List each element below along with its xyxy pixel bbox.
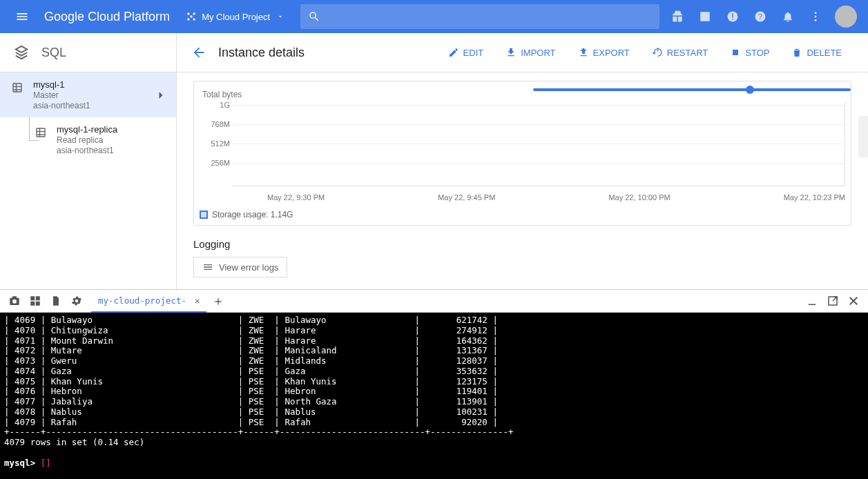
chart-area[interactable]: May 22, 9:30 PMMay 22, 9:45 PMMay 22, 10… xyxy=(200,102,845,206)
cloud-shell-terminal: my-cloud-project- ✕ ＋ | 4069 | Bulawayo … xyxy=(0,289,868,479)
terminal-close-icon[interactable] xyxy=(843,289,864,313)
chart-xlabel: May 22, 9:45 PM xyxy=(438,193,495,202)
stop-icon xyxy=(730,47,741,58)
menu-icon xyxy=(15,10,29,23)
main-content: Instance details EDIT IMPORT EXPORT REST… xyxy=(177,33,868,289)
import-button[interactable]: IMPORT xyxy=(496,41,565,63)
svg-rect-28 xyxy=(30,302,35,306)
terminal-camera-icon[interactable] xyxy=(4,289,25,313)
terminal-minimize-icon[interactable] xyxy=(802,289,822,313)
chart-ylabel: 1G xyxy=(220,101,230,109)
instance-name: mysql-1-replica xyxy=(57,124,168,135)
svg-point-1 xyxy=(193,12,195,15)
gcp-logo: Google Cloud Platform xyxy=(39,10,175,24)
view-error-logs-button[interactable]: View error logs xyxy=(193,257,287,277)
svg-point-3 xyxy=(193,18,195,21)
database-icon xyxy=(11,81,23,94)
terminal-tab-label: my-cloud-project- xyxy=(98,295,186,306)
storage-chart-card: Total bytes May 22, 9:30 PMMay 22, 9:45 … xyxy=(193,81,851,226)
hamburger-menu-button[interactable] xyxy=(6,0,39,33)
instance-role: Master xyxy=(33,90,154,100)
svg-rect-6 xyxy=(732,14,733,18)
svg-rect-13 xyxy=(13,84,21,92)
alert-icon[interactable] xyxy=(719,0,746,33)
chart-ylabel: 512M xyxy=(211,139,230,148)
restart-button[interactable]: RESTART xyxy=(642,41,717,63)
svg-point-24 xyxy=(12,300,17,304)
legend-swatch-icon xyxy=(200,211,208,219)
restart-icon xyxy=(652,47,663,58)
svg-rect-22 xyxy=(733,50,738,55)
instance-item-mysql-1-replica[interactable]: mysql-1-replica Read replica asia-northe… xyxy=(23,117,176,162)
search-box[interactable] xyxy=(300,4,659,29)
instance-region: asia-northeast1 xyxy=(57,146,168,155)
instance-region: asia-northeast1 xyxy=(33,101,154,110)
terminal-new-tab-button[interactable]: ＋ xyxy=(206,293,230,309)
terminal-settings-icon[interactable] xyxy=(66,289,87,313)
page-title: Instance details xyxy=(218,46,305,60)
delete-button[interactable]: DELETE xyxy=(782,41,851,63)
terminal-tab-close-icon[interactable]: ✕ xyxy=(195,295,200,306)
chevron-right-icon xyxy=(154,88,168,102)
svg-rect-21 xyxy=(657,48,658,51)
cloud-shell-icon[interactable] xyxy=(691,0,719,33)
instance-role: Read replica xyxy=(57,135,168,145)
dropdown-caret-icon xyxy=(277,13,284,20)
svg-point-10 xyxy=(815,12,817,14)
svg-rect-29 xyxy=(36,302,40,306)
svg-point-12 xyxy=(815,19,817,21)
notifications-icon[interactable] xyxy=(774,0,802,33)
edit-icon xyxy=(448,47,459,58)
sidenav-title: SQL xyxy=(0,33,176,72)
stop-button[interactable]: STOP xyxy=(720,41,779,63)
instance-item-mysql-1[interactable]: mysql-1 Master asia-northeast1 xyxy=(0,72,176,117)
list-icon xyxy=(202,262,213,273)
export-icon xyxy=(578,47,589,58)
svg-point-11 xyxy=(815,16,817,18)
svg-rect-17 xyxy=(37,128,45,137)
svg-point-0 xyxy=(187,12,190,15)
gcp-header: Google Cloud Platform My Cloud Project ? xyxy=(0,0,868,33)
cursor-icon: [] xyxy=(41,458,51,468)
mysql-prompt: mysql> [] xyxy=(4,458,51,468)
chart-xlabel: May 22, 9:30 PM xyxy=(267,193,325,202)
terminal-grid-icon[interactable] xyxy=(25,289,46,313)
terminal-tab[interactable]: my-cloud-project- ✕ xyxy=(91,289,206,313)
user-avatar[interactable] xyxy=(835,6,857,28)
back-arrow-icon xyxy=(191,45,206,60)
svg-rect-30 xyxy=(809,304,816,306)
svg-point-2 xyxy=(187,18,190,21)
database-icon xyxy=(35,126,47,139)
search-icon xyxy=(300,10,328,23)
svg-rect-25 xyxy=(12,296,17,298)
more-icon[interactable] xyxy=(802,0,829,33)
chart-time-brush[interactable] xyxy=(533,88,851,91)
svg-point-4 xyxy=(190,15,193,18)
project-selector[interactable]: My Cloud Project xyxy=(175,12,295,22)
terminal-tab-bar: my-cloud-project- ✕ ＋ xyxy=(0,289,868,313)
edit-button[interactable]: EDIT xyxy=(438,41,494,63)
help-icon[interactable]: ? xyxy=(746,0,774,33)
search-input[interactable] xyxy=(328,11,659,22)
svg-rect-26 xyxy=(30,296,35,300)
terminal-popout-icon[interactable] xyxy=(822,289,843,313)
svg-text:?: ? xyxy=(758,12,762,21)
legend-text: Storage usage: 1.14G xyxy=(212,210,293,219)
sidenav-title-text: SQL xyxy=(41,46,66,60)
chart-xlabel: May 22, 10:23 PM xyxy=(784,193,845,202)
chart-ylabel: 256M xyxy=(211,159,230,167)
gift-icon[interactable] xyxy=(664,0,691,33)
terminal-file-icon[interactable] xyxy=(46,289,66,313)
details-toolbar: Instance details EDIT IMPORT EXPORT REST… xyxy=(177,33,868,72)
sql-sidenav: SQL mysql-1 Master asia-northeast1 mysql… xyxy=(0,33,177,289)
terminal-output[interactable]: | 4069 | Bulawayo | ZWE | Bulawayo | 621… xyxy=(0,313,868,479)
delete-icon xyxy=(791,47,802,58)
right-rail-handle[interactable] xyxy=(858,116,868,157)
back-button[interactable] xyxy=(182,36,215,69)
chart-legend: Storage usage: 1.14G xyxy=(200,210,845,219)
import-icon xyxy=(505,47,517,58)
svg-rect-27 xyxy=(36,296,40,300)
chart-ylabel: 768M xyxy=(211,120,230,128)
svg-rect-7 xyxy=(732,19,733,20)
export-button[interactable]: EXPORT xyxy=(568,41,639,63)
